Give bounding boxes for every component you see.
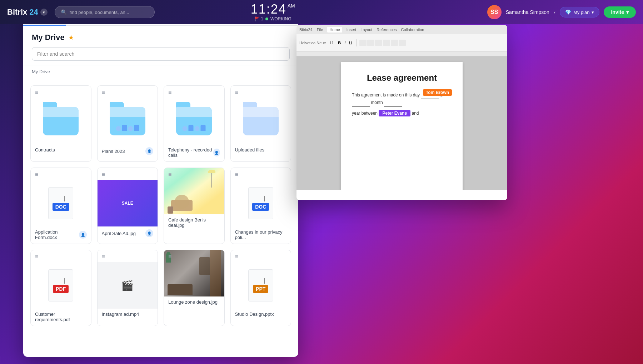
plan-label: My plan (573, 10, 590, 15)
file-card-privacy[interactable]: ≡ DOC Changes in our privacy poli... (230, 168, 291, 244)
card-name: Lounge zone design.jpg (168, 299, 218, 305)
card-footer: Instagram ad.mp4 (98, 309, 158, 320)
card-top: ≡ (231, 168, 291, 180)
doc-toolbar-collaboration[interactable]: Collaboration (401, 28, 424, 32)
card-footer: Contracts (31, 144, 91, 156)
logo[interactable]: Bitrix 24 ▾ (7, 8, 48, 17)
card-footer: Studio Design.pptx (231, 309, 291, 320)
card-menu-icon[interactable]: ≡ (168, 254, 171, 260)
shared-badge: 👤 (79, 231, 86, 239)
file-card-april-sale[interactable]: ≡ SALE April Sale Ad.jpg 👤 (97, 168, 158, 244)
file-card-lounge[interactable]: ≡ Lounge zone design.jpg (164, 250, 225, 326)
doc-toolbar-file[interactable]: File (317, 28, 323, 32)
card-menu-icon[interactable]: ≡ (35, 254, 38, 260)
doc-toolbar-references[interactable]: References (377, 28, 397, 32)
document-preview-panel: Bitrix24 File Home Insert Layout Referen… (296, 25, 507, 200)
doc-toolbar: Bitrix24 File Home Insert Layout Referen… (296, 25, 507, 34)
clock-time: 11:24 (251, 3, 286, 16)
global-search-bar[interactable]: 🔍 find people, documents, an... (55, 6, 155, 18)
folder-card-plans[interactable]: ≡ (97, 85, 158, 162)
file-card-studio[interactable]: ≡ PPT Studio Design.pptx (230, 250, 291, 326)
logo-text-24: 24 (29, 8, 38, 17)
card-menu-icon[interactable]: ≡ (102, 254, 105, 260)
folder-icon (176, 107, 212, 135)
folder-card-uploaded[interactable]: ≡ Uploaded files (230, 85, 291, 162)
card-footer: Customer requirements.pdf (31, 309, 91, 326)
card-footer: Changes in our privacy poli... (231, 226, 291, 244)
card-top: ≡ (231, 250, 291, 262)
card-footer: Application Form.docx 👤 (31, 226, 91, 244)
card-menu-icon[interactable]: ≡ (35, 89, 38, 96)
invite-button[interactable]: Invite ▾ (604, 6, 636, 18)
user-dropdown-icon[interactable]: ▾ (554, 10, 555, 14)
breadcrumb-label: My Drive (32, 69, 50, 74)
card-footer: Plans 2023 👤 (98, 144, 158, 159)
card-top: ≡ (98, 250, 158, 262)
card-menu-icon[interactable]: ≡ (102, 89, 105, 96)
bold-button[interactable]: B (337, 40, 342, 45)
page-title: My Drive (32, 33, 65, 42)
and-text: and (412, 111, 419, 116)
ribbon-btn[interactable] (367, 40, 374, 46)
ppt-thumb-icon: PPT (248, 269, 273, 301)
card-menu-icon[interactable]: ≡ (168, 89, 171, 96)
topbar: Bitrix 24 ▾ 🔍 find people, documents, an… (0, 0, 643, 24)
doc-toolbar-layout[interactable]: Layout (360, 28, 372, 32)
card-footer: Uploaded files (231, 144, 291, 156)
search-icon: 🔍 (61, 9, 67, 15)
folder-people-icons (116, 125, 139, 131)
logo-dropdown-button[interactable]: ▾ (40, 9, 48, 16)
card-menu-icon[interactable]: ≡ (235, 89, 238, 96)
ribbon-btn[interactable] (383, 40, 390, 46)
card-top: ≡ (98, 168, 158, 180)
doc-content-area: Lease agreement Tom Brown This agreement… (296, 56, 507, 190)
body-text-1: This agreement is made on this day (352, 93, 420, 98)
font-size: 11 (329, 41, 334, 45)
underline-button[interactable]: U (348, 40, 353, 45)
doc-toolbar-insert[interactable]: Insert (347, 28, 357, 32)
card-menu-icon[interactable]: ≡ (35, 171, 38, 178)
topbar-right: SS Samantha Simpson ▾ 💎 My plan ▾ Invite… (487, 5, 636, 19)
file-card-customer-req[interactable]: ≡ PDF Customer requirements.pdf (30, 250, 91, 326)
card-name: Studio Design.pptx (235, 311, 274, 317)
blank-field-3 (384, 99, 402, 106)
notification-flag-icon: 🚩 1 (254, 16, 263, 21)
filter-search-input[interactable] (32, 47, 290, 61)
star-favorite-icon[interactable]: ★ (68, 34, 74, 41)
doc-title: Lease agreement (352, 73, 452, 83)
ribbon-btn[interactable] (359, 40, 367, 46)
ribbon-btn[interactable] (391, 40, 398, 46)
card-name: Instagram ad.mp4 (102, 311, 139, 317)
breadcrumb: My Drive (23, 65, 298, 78)
clock-ampm: AM (288, 3, 295, 9)
file-card-app-form[interactable]: ≡ DOC Application Form.docx 👤 (30, 168, 91, 244)
file-card-instagram[interactable]: ≡ 🎬 Instagram ad.mp4 (97, 250, 158, 326)
card-thumbnail (164, 98, 224, 144)
folder-icon (110, 107, 145, 135)
plan-badge[interactable]: 💎 My plan ▾ (560, 7, 600, 18)
card-menu-icon[interactable]: ≡ (235, 254, 238, 260)
plan-chevron-icon: ▾ (592, 10, 594, 15)
invite-chevron-icon: ▾ (626, 9, 629, 15)
card-menu-icon[interactable]: ≡ (102, 171, 105, 178)
ribbon-btn[interactable] (375, 40, 382, 46)
card-thumbnail: DOC (31, 180, 91, 226)
ppt-badge: PPT (253, 285, 268, 293)
folder-card-contracts[interactable]: ≡ Contracts (30, 85, 91, 162)
card-menu-icon[interactable]: ≡ (168, 171, 171, 178)
card-thumbnail: PDF (31, 262, 91, 309)
card-top: ≡ (31, 168, 91, 180)
app-window: My Drive Company Drive Desktop App for W… (23, 7, 298, 357)
pdf-thumb-icon: PDF (48, 269, 73, 301)
card-thumbnail: DOC (231, 180, 291, 226)
files-grid-area: ≡ Contracts ≡ (23, 78, 298, 357)
ribbon-btn[interactable] (399, 40, 406, 46)
folder-card-telephony[interactable]: ≡ (164, 85, 225, 162)
italic-button[interactable]: I (343, 40, 347, 45)
folder-icon (243, 107, 279, 135)
card-top: ≡ (98, 86, 158, 98)
card-menu-icon[interactable]: ≡ (235, 171, 238, 178)
doc-toolbar-home[interactable]: Home (327, 27, 342, 33)
logo-text-bitrix: Bitrix (7, 8, 27, 17)
file-card-cafe[interactable]: ≡ Cafe design Ben's deal (164, 168, 225, 244)
